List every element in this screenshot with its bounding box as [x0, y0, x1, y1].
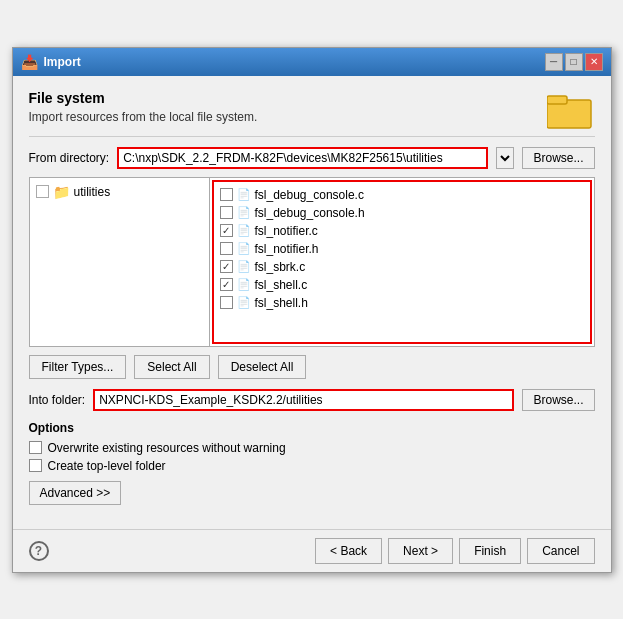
dialog-content: File system Import resources from the lo…	[13, 76, 611, 529]
create-folder-row[interactable]: Create top-level folder	[29, 459, 595, 473]
overwrite-row[interactable]: Overwrite existing resources without war…	[29, 441, 595, 455]
from-directory-input[interactable]	[117, 147, 488, 169]
minimize-button[interactable]: ─	[545, 53, 563, 71]
title-bar-controls: ─ □ ✕	[545, 53, 603, 71]
into-folder-browse-button[interactable]: Browse...	[522, 389, 594, 411]
file-row-5[interactable]: 📄 fsl_shell.c	[218, 276, 586, 294]
into-folder-input[interactable]	[93, 389, 514, 411]
file-checkbox-0[interactable]	[220, 188, 233, 201]
file-panels: 📁 utilities 📄 fsl_debug_console.c 📄 fsl_…	[29, 177, 595, 347]
title-bar: 📥 Import ─ □ ✕	[13, 48, 611, 76]
from-directory-browse-button[interactable]: Browse...	[522, 147, 594, 169]
overwrite-checkbox[interactable]	[29, 441, 42, 454]
cancel-button[interactable]: Cancel	[527, 538, 594, 564]
title-bar-left: 📥 Import	[21, 54, 81, 70]
file-name-5: fsl_shell.c	[255, 278, 308, 292]
file-checkbox-5[interactable]	[220, 278, 233, 291]
overwrite-label: Overwrite existing resources without war…	[48, 441, 286, 455]
file-icon-5: 📄	[237, 278, 251, 291]
back-button[interactable]: < Back	[315, 538, 382, 564]
select-all-button[interactable]: Select All	[134, 355, 209, 379]
create-folder-label: Create top-level folder	[48, 459, 166, 473]
footer-right: < Back Next > Finish Cancel	[315, 538, 594, 564]
file-checkbox-3[interactable]	[220, 242, 233, 255]
tree-item-utilities[interactable]: 📁 utilities	[34, 182, 205, 202]
help-icon[interactable]: ?	[29, 541, 49, 561]
section-title: File system	[29, 90, 595, 106]
utilities-checkbox[interactable]	[36, 185, 49, 198]
file-row-0[interactable]: 📄 fsl_debug_console.c	[218, 186, 586, 204]
window-icon: 📥	[21, 54, 38, 70]
file-icon-6: 📄	[237, 296, 251, 309]
finish-button[interactable]: Finish	[459, 538, 521, 564]
filter-types-button[interactable]: Filter Types...	[29, 355, 127, 379]
file-name-3: fsl_notifier.h	[255, 242, 319, 256]
folder-icon: 📁	[53, 184, 70, 200]
options-title: Options	[29, 421, 595, 435]
file-list-panel[interactable]: 📄 fsl_debug_console.c 📄 fsl_debug_consol…	[212, 180, 592, 344]
section-desc: Import resources from the local file sys…	[29, 110, 595, 124]
file-icon-4: 📄	[237, 260, 251, 273]
file-checkbox-1[interactable]	[220, 206, 233, 219]
next-button[interactable]: Next >	[388, 538, 453, 564]
create-folder-checkbox[interactable]	[29, 459, 42, 472]
file-row-1[interactable]: 📄 fsl_debug_console.h	[218, 204, 586, 222]
file-icon-2: 📄	[237, 224, 251, 237]
file-row-2[interactable]: 📄 fsl_notifier.c	[218, 222, 586, 240]
file-name-1: fsl_debug_console.h	[255, 206, 365, 220]
import-window: 📥 Import ─ □ ✕ File system Import resour…	[12, 47, 612, 573]
from-directory-row: From directory: Browse...	[29, 147, 595, 169]
utilities-label: utilities	[74, 185, 111, 199]
file-name-0: fsl_debug_console.c	[255, 188, 364, 202]
folder-tree-panel[interactable]: 📁 utilities	[30, 178, 210, 346]
window-title: Import	[44, 55, 81, 69]
options-section: Options Overwrite existing resources wit…	[29, 421, 595, 505]
into-folder-row: Into folder: Browse...	[29, 389, 595, 411]
folder-decoration	[547, 90, 595, 133]
into-folder-label: Into folder:	[29, 393, 86, 407]
file-icon-1: 📄	[237, 206, 251, 219]
file-checkbox-4[interactable]	[220, 260, 233, 273]
header-area: File system Import resources from the lo…	[29, 90, 595, 124]
file-checkbox-2[interactable]	[220, 224, 233, 237]
file-icon-3: 📄	[237, 242, 251, 255]
close-button[interactable]: ✕	[585, 53, 603, 71]
file-name-6: fsl_shell.h	[255, 296, 308, 310]
action-buttons-row: Filter Types... Select All Deselect All	[29, 355, 595, 379]
file-row-3[interactable]: 📄 fsl_notifier.h	[218, 240, 586, 258]
file-checkbox-6[interactable]	[220, 296, 233, 309]
file-row-4[interactable]: 📄 fsl_sbrk.c	[218, 258, 586, 276]
from-directory-dropdown[interactable]	[496, 147, 514, 169]
footer-left: ?	[29, 541, 49, 561]
deselect-all-button[interactable]: Deselect All	[218, 355, 307, 379]
file-name-2: fsl_notifier.c	[255, 224, 318, 238]
file-row-6[interactable]: 📄 fsl_shell.h	[218, 294, 586, 312]
file-icon-0: 📄	[237, 188, 251, 201]
folder-large-icon	[547, 90, 595, 130]
svg-rect-1	[547, 96, 567, 104]
maximize-button[interactable]: □	[565, 53, 583, 71]
from-directory-label: From directory:	[29, 151, 110, 165]
dialog-footer: ? < Back Next > Finish Cancel	[13, 529, 611, 572]
advanced-button[interactable]: Advanced >>	[29, 481, 122, 505]
file-name-4: fsl_sbrk.c	[255, 260, 306, 274]
